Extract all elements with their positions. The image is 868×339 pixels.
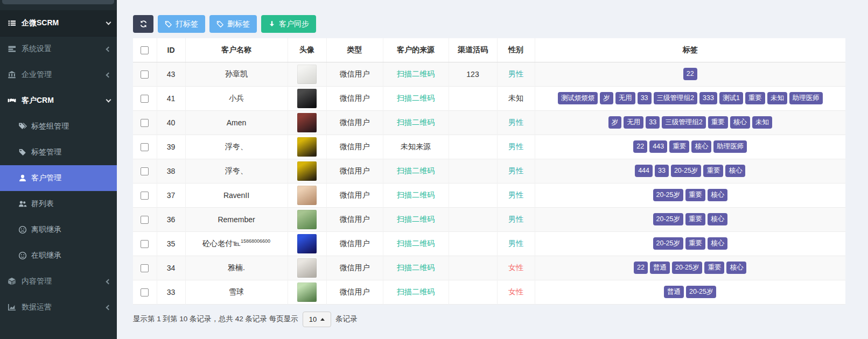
cell-channel (449, 231, 497, 256)
sidebar-item-label: 企微SCRM (22, 18, 107, 28)
tag-outline-icon (165, 20, 172, 28)
tag-badge: 普通 (650, 262, 670, 274)
tag-badge: 核心 (708, 237, 727, 250)
cell-channel (449, 207, 497, 231)
sidebar-item-active-inherit[interactable]: 在职继承 (0, 243, 117, 269)
tag-badge: 核心 (726, 262, 746, 274)
customer-name: 浮夸、 (225, 166, 248, 175)
tag-badge: 三级管理组2 (654, 92, 697, 104)
sidebar-item-resign-inherit[interactable]: 离职继承 (0, 217, 117, 243)
cell-type: 微信用户 (326, 62, 383, 86)
row-checkbox[interactable] (141, 95, 149, 103)
chevron-down-icon (106, 97, 111, 103)
row-checkbox[interactable] (141, 264, 149, 272)
row-checkbox[interactable] (141, 143, 149, 151)
tag-badge: 重要 (685, 189, 705, 201)
cell-id: 41 (157, 86, 185, 110)
sidebar-item-tag-group-management[interactable]: 标签组管理 (0, 114, 117, 139)
avatar (297, 282, 317, 302)
tag-badge: 普通 (664, 286, 684, 298)
sidebar-item-data-operation[interactable]: 数据运营 (0, 294, 117, 320)
cell-type: 微信用户 (326, 135, 383, 159)
table-row: 39浮夸、微信用户未知来源男性22443重要核心助理医师 (133, 135, 845, 159)
table-row: 33雪球微信用户扫描二维码女性普通20-25岁 (133, 280, 845, 304)
handshake-icon (8, 96, 19, 105)
page-size-select[interactable]: 10 (303, 312, 331, 327)
cell-source: 扫描二维码 (383, 183, 449, 207)
cell-gender: 男性 (497, 110, 535, 135)
sidebar-item-customer-crm[interactable]: 客户CRM (0, 88, 117, 114)
sidebar-item-group-list[interactable]: 群列表 (0, 191, 117, 217)
row-checkbox[interactable] (141, 167, 149, 175)
tag-badge: 22 (633, 140, 647, 153)
cell-name: 雅楠. (185, 256, 288, 280)
sidebar-item-scrm[interactable]: 企微SCRM (0, 10, 117, 36)
row-checkbox[interactable] (141, 288, 149, 296)
row-checkbox[interactable] (141, 240, 149, 248)
tag-badge: 333 (699, 92, 717, 104)
tag-badge: 核心 (691, 140, 711, 153)
row-checkbox[interactable] (141, 192, 149, 200)
row-checkbox[interactable] (141, 216, 149, 224)
cell-id: 37 (157, 183, 185, 207)
cell-avatar (288, 183, 326, 207)
select-all-checkbox[interactable] (141, 46, 149, 54)
cell-gender: 女性 (497, 280, 535, 304)
sidebar-item-label: 数据运营 (22, 302, 107, 312)
sidebar-item-content-management[interactable]: 内容管理 (0, 269, 117, 294)
tag-badge: 443 (649, 140, 667, 153)
sidebar-item-tag-management[interactable]: 标签管理 (0, 139, 117, 165)
cell-select (133, 256, 157, 280)
cell-select (133, 62, 157, 86)
arrow-down-icon (268, 20, 276, 28)
cell-id: 33 (157, 280, 185, 304)
cell-id: 38 (157, 159, 185, 183)
avatar (297, 186, 317, 205)
tag-badge: 三级管理组2 (662, 116, 705, 129)
table-row: 43孙章凯微信用户扫描二维码123男性22 (133, 62, 845, 86)
chevron-left-icon (106, 46, 111, 52)
sidebar-item-system-settings[interactable]: 系统设置 (0, 36, 117, 62)
cell-avatar (288, 256, 326, 280)
cell-select (133, 110, 157, 135)
cell-tags: 22普通20-25岁重要核心 (535, 256, 845, 280)
tag-badge: 核心 (730, 116, 750, 129)
customer-name: 雅楠. (228, 263, 245, 272)
tag-badge: 无用 (615, 92, 635, 104)
column-header-7: 标签 (535, 38, 845, 62)
main-content: 打标签删标签客户同步 ID客户名称头像类型客户的来源渠道活码性别标签 43孙章凯… (117, 0, 868, 339)
column-header-4: 客户的来源 (383, 38, 449, 62)
tag-badge: 核心 (708, 213, 727, 225)
row-checkbox[interactable] (141, 70, 149, 79)
sidebar-item-label: 群列表 (31, 199, 110, 209)
frown-icon (18, 225, 29, 234)
sidebar-item-label: 内容管理 (22, 277, 107, 286)
cell-gender: 男性 (497, 135, 535, 159)
tag-badge: 岁 (600, 92, 613, 104)
row-checkbox[interactable] (141, 119, 149, 127)
customer-sync-button[interactable]: 客户同步 (261, 15, 316, 33)
cell-select (133, 183, 157, 207)
customer-name: 雪球 (229, 287, 244, 296)
tag-badge: 22 (683, 68, 697, 80)
column-header-6: 性别 (497, 38, 535, 62)
tag-remove-button[interactable]: 删标签 (209, 15, 257, 33)
tag-badge: 重要 (685, 213, 705, 225)
sidebar-item-label: 在职继承 (31, 251, 110, 260)
cell-name: Remember (185, 207, 288, 231)
tag-badge: 33 (646, 116, 660, 129)
cell-source: 扫描二维码 (383, 256, 449, 280)
cell-source: 未知来源 (383, 135, 449, 159)
cell-name: RavenII (185, 183, 288, 207)
sidebar-item-customer-management[interactable]: 客户管理 (0, 165, 117, 191)
sidebar-search-box[interactable] (2, 0, 114, 4)
sidebar-item-label: 企业管理 (22, 70, 107, 80)
cell-avatar (288, 86, 326, 110)
refresh-button[interactable] (133, 15, 153, 33)
sidebar-item-enterprise-management[interactable]: 企业管理 (0, 62, 117, 88)
select-all-header (133, 38, 157, 62)
cell-gender: 男性 (497, 159, 535, 183)
cell-type: 微信用户 (326, 86, 383, 110)
tag-add-button[interactable]: 打标签 (158, 15, 205, 33)
customer-name: Remember (218, 215, 255, 224)
